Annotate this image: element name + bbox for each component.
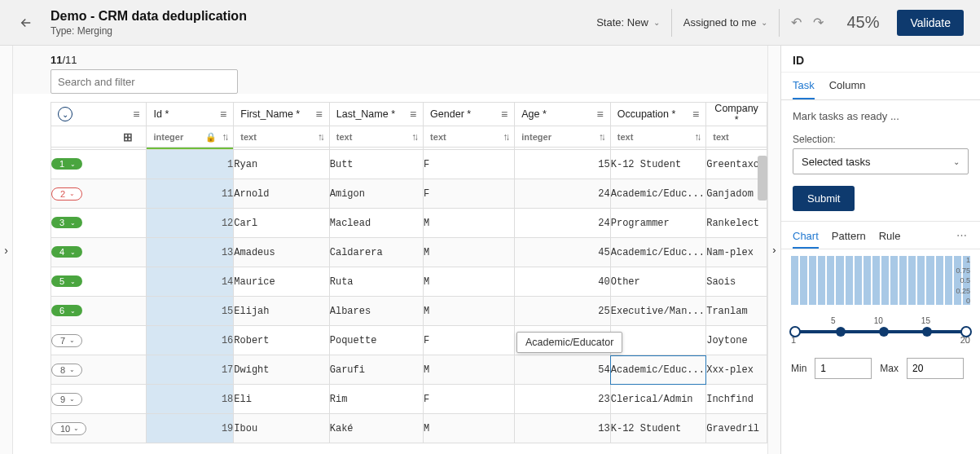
cell[interactable]: Academic/Educ... [610,355,705,385]
cell[interactable]: Executive/Man... [610,297,705,326]
group-badge[interactable]: 10⌄ [51,422,86,435]
cell[interactable]: F [424,326,515,355]
sort-icon[interactable]: ↑↓ [318,131,323,143]
cell[interactable]: 14 [147,267,234,297]
cell[interactable]: Gravedril [706,414,767,443]
cell[interactable]: 25 [515,297,610,326]
cell[interactable]: Ryan [234,150,329,179]
cell[interactable]: M [424,355,515,385]
group-badge[interactable]: 5⌄ [51,275,82,287]
cell[interactable]: Butt [329,150,423,179]
cell[interactable]: M [424,414,515,443]
cell[interactable]: Maurice [234,267,329,297]
table-row[interactable]: 8⌄17DwightGarufiM54Academic/Educ...Xxx-p… [51,355,767,385]
cell[interactable]: Saois [706,267,767,297]
undo-icon[interactable]: ↶ [791,15,802,30]
table-row[interactable]: 7⌄16RobertPoquetteF36Joytone [51,326,767,355]
table-row[interactable]: 2⌄11ArnoldAmigonF24Academic/Educ...Ganja… [51,179,767,209]
cell[interactable]: 54 [515,355,610,385]
table-row[interactable]: 9⌄18EliRimF23Clerical/AdminInchfind [51,385,767,414]
cell[interactable]: Amadeus [234,238,329,267]
table-row[interactable]: 6⌄15ElijahAlbaresM25Executive/Man...Tran… [51,297,767,326]
cell[interactable]: F [424,385,515,414]
max-input[interactable] [907,358,964,379]
tab-task[interactable]: Task [793,79,815,99]
table-row[interactable]: 1⌄1RyanButtF15K-12 StudentGreentaxo [51,150,767,179]
cell[interactable]: Other [610,267,705,297]
search-input[interactable] [51,69,238,94]
column-menu-icon[interactable]: ≡ [597,108,604,121]
sort-icon[interactable]: ↑↓ [503,131,508,143]
cell[interactable]: Eli [234,385,329,414]
cell[interactable]: 24 [515,209,610,238]
cell[interactable]: 18 [147,385,234,414]
cell[interactable]: M [424,297,515,326]
right-panel-toggle[interactable]: › [767,46,780,454]
cell[interactable]: Rim [329,385,423,414]
cell[interactable]: Maclead [329,209,423,238]
layout-icon[interactable]: ⊞ [123,130,139,143]
cell[interactable]: 19 [147,414,234,443]
cell[interactable]: Clerical/Admin [610,385,705,414]
column-menu-icon[interactable]: ≡ [220,108,226,121]
slider-handle-min[interactable] [789,326,801,337]
assigned-dropdown[interactable]: Assigned to me ⌄ [672,9,780,37]
cell[interactable]: M [424,267,515,297]
cell[interactable]: Caldarera [329,238,423,267]
cell[interactable]: 15 [515,150,610,179]
cell[interactable]: Kaké [329,414,423,443]
cell[interactable]: 13 [515,414,610,443]
cell[interactable]: 15 [147,297,234,326]
cell[interactable]: 17 [147,355,234,385]
cell[interactable]: Xxx-plex [706,355,767,385]
column-menu-icon[interactable]: ≡ [316,108,323,121]
subtab-pattern[interactable]: Pattern [832,230,866,249]
state-dropdown[interactable]: State: New ⌄ [585,9,672,37]
redo-icon[interactable]: ↷ [813,15,824,30]
group-badge[interactable]: 3⌄ [51,217,82,228]
group-badge[interactable]: 9⌄ [51,393,82,406]
cell[interactable]: Rankelect [706,209,767,238]
column-menu-icon[interactable]: ≡ [692,108,699,121]
back-icon[interactable] [10,15,42,30]
cell[interactable]: Garufi [329,355,423,385]
group-badge[interactable]: 1⌄ [51,158,82,170]
cell[interactable]: Poquette [329,326,423,355]
cell[interactable]: Arnold [234,179,329,209]
subtab-rule[interactable]: Rule [879,230,901,249]
min-input[interactable] [815,358,872,379]
column-menu-icon[interactable]: ≡ [501,108,508,121]
cell[interactable]: 16 [147,326,234,355]
cell[interactable]: Joytone [706,326,767,355]
cell[interactable]: F [424,150,515,179]
sort-icon[interactable]: ↑↓ [599,131,604,143]
table-row[interactable]: 5⌄14MauriceRutaM40OtherSaois [51,267,767,297]
cell[interactable]: Inchfind [706,385,767,414]
group-badge[interactable]: 8⌄ [51,364,82,377]
cell[interactable]: Robert [234,326,329,355]
scrollbar-thumb[interactable] [758,156,767,201]
sort-icon[interactable]: ↑↓ [411,131,416,143]
cell[interactable]: M [424,209,515,238]
subtab-chart[interactable]: Chart [793,230,819,249]
expand-all-icon[interactable]: ⌄ [58,107,73,121]
cell[interactable]: Tranlam [706,297,767,326]
validate-button[interactable]: Validate [897,10,964,36]
cell[interactable]: Elijah [234,297,329,326]
cell[interactable]: 40 [515,267,610,297]
column-menu-icon[interactable]: ≡ [410,108,416,121]
submit-button[interactable]: Submit [793,186,855,211]
cell[interactable]: 11 [147,179,234,209]
column-menu-icon[interactable]: ≡ [133,108,139,121]
cell[interactable]: Academic/Educ... [610,238,705,267]
cell[interactable]: K-12 Student [610,414,705,443]
cell[interactable]: Carl [234,209,329,238]
selection-dropdown[interactable]: Selected tasks ⌄ [793,148,969,174]
table-row[interactable]: 3⌄12CarlMacleadM24ProgrammerRankelect [51,209,767,238]
group-badge[interactable]: 4⌄ [51,246,82,258]
cell[interactable]: 12 [147,209,234,238]
sort-icon[interactable]: ↑↓ [694,131,699,143]
cell[interactable]: Dwight [234,355,329,385]
cell[interactable]: 45 [515,238,610,267]
group-badge[interactable]: 7⌄ [51,334,82,347]
